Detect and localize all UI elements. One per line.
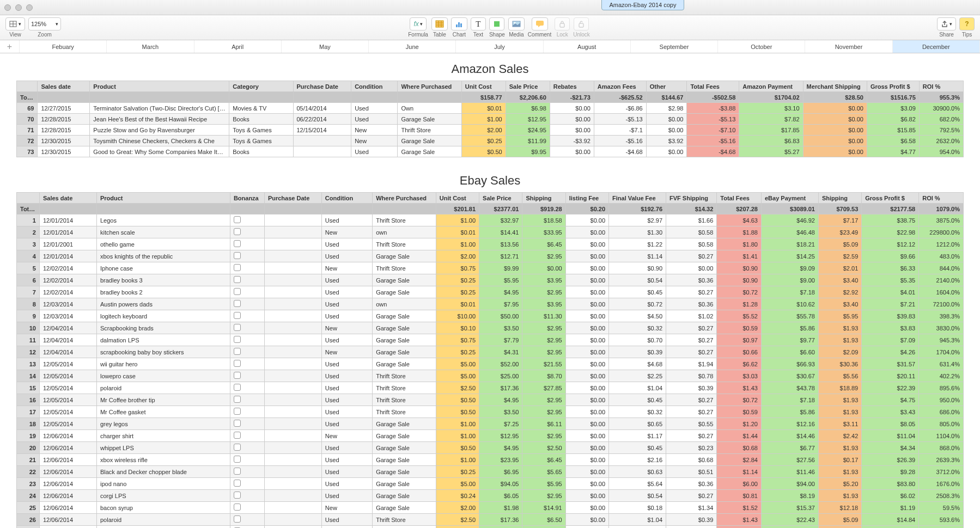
col-header[interactable]: Total Fees [717, 193, 762, 204]
col-header[interactable]: Unit Cost [461, 81, 506, 92]
table-row[interactable]: 1812/05/2014grey legosUsedGarage Sale$1.… [17, 418, 964, 430]
cell[interactable]: $0.00 [646, 114, 687, 125]
cell[interactable]: $2.59 [818, 250, 861, 262]
cell[interactable] [264, 502, 321, 514]
cell[interactable]: $12.12 [862, 238, 919, 250]
cell[interactable]: New [351, 136, 398, 146]
table-row[interactable]: 2312/06/2014ipod nanoUsedGarage Sale$5.0… [17, 478, 964, 490]
cell[interactable]: $46.92 [761, 214, 818, 226]
cell[interactable]: Used [321, 286, 372, 298]
cell[interactable] [264, 286, 321, 298]
col-header[interactable]: listing Fee [565, 193, 608, 204]
cell[interactable] [264, 406, 321, 418]
cell[interactable]: $14.25 [761, 250, 818, 262]
cell[interactable]: $0.00 [565, 238, 608, 250]
cell[interactable]: -$5.13 [687, 114, 739, 125]
cell[interactable]: Garage Sale [373, 346, 436, 358]
cell[interactable]: $0.00 [565, 454, 608, 466]
col-header[interactable]: Gross Profit $ [867, 81, 919, 92]
cell[interactable]: kitchen scale [96, 226, 230, 238]
cell[interactable]: $0.27 [666, 334, 717, 346]
bonanza-checkbox[interactable] [234, 456, 241, 463]
cell[interactable]: 1676.0% [919, 478, 964, 490]
cell[interactable]: 868.0% [919, 442, 964, 454]
cell[interactable]: $0.81 [717, 490, 762, 502]
cell[interactable]: $6.98 [506, 103, 550, 114]
sheet-tab-march[interactable]: March [107, 40, 194, 53]
cell[interactable]: $0.27 [666, 286, 717, 298]
cell[interactable]: $9.28 [862, 466, 919, 478]
cell[interactable] [264, 262, 321, 274]
cell[interactable]: $28.67 [479, 526, 522, 529]
cell[interactable]: 12/06/2014 [39, 514, 96, 526]
table-row[interactable]: 312/01/2001othello gameUsedThrift Store$… [17, 238, 964, 250]
cell[interactable]: Books [229, 114, 293, 125]
shape-button[interactable] [489, 17, 504, 30]
cell[interactable]: $43.78 [761, 382, 818, 394]
cell[interactable]: $1.94 [666, 358, 717, 370]
sheet-tab-april[interactable]: April [194, 40, 282, 53]
table-row[interactable]: 7012/28/2015Jean Hee's Best of the Best … [17, 114, 964, 125]
cell[interactable]: $0.00 [565, 322, 608, 334]
cell[interactable]: $0.00 [565, 478, 608, 490]
cell[interactable]: $0.27 [666, 250, 717, 262]
cell[interactable]: $0.00 [565, 382, 608, 394]
cell[interactable]: $26.39 [862, 454, 919, 466]
cell[interactable]: Austin powers dads [96, 298, 230, 310]
cell[interactable]: $2.25 [609, 370, 666, 382]
cell[interactable]: $4.77 [867, 146, 919, 157]
cell[interactable]: polaroid [96, 382, 230, 394]
cell[interactable]: $1.43 [717, 514, 762, 526]
cell[interactable]: 1212.0% [919, 238, 964, 250]
cell[interactable]: $0.68 [666, 454, 717, 466]
cell[interactable]: $12.18 [818, 502, 861, 514]
cell[interactable]: 2140.0% [919, 274, 964, 286]
cell[interactable]: $0.72 [609, 298, 666, 310]
cell[interactable]: $3.11 [818, 418, 861, 430]
cell[interactable]: $39.83 [862, 310, 919, 322]
cell[interactable]: Used [321, 394, 372, 406]
cell[interactable]: $0.01 [461, 103, 506, 114]
bonanza-checkbox[interactable] [234, 288, 241, 295]
cell[interactable]: 2508.3% [919, 490, 964, 502]
bonanza-checkbox[interactable] [234, 300, 241, 307]
cell[interactable]: $0.00 [803, 114, 867, 125]
cell[interactable]: $0.97 [717, 334, 762, 346]
table-row[interactable]: 2712/06/2014brother scannerUsedGarage Sa… [17, 526, 964, 529]
cell[interactable]: 12/05/2014 [39, 370, 96, 382]
table-row[interactable]: 2012/06/2014whippet LPSUsedGarage Sale$0… [17, 442, 964, 454]
cell[interactable]: -$7.1 [594, 125, 646, 136]
table-row[interactable]: 1912/06/2014charger shirtNewGarage Sale$… [17, 430, 964, 442]
cell[interactable]: $0.00 [565, 502, 608, 514]
cell[interactable]: $0.63 [609, 466, 666, 478]
cell[interactable]: $22.98 [862, 226, 919, 238]
cell[interactable]: $2.97 [609, 214, 666, 226]
bonanza-checkbox[interactable] [234, 240, 241, 247]
cell[interactable]: $52.00 [479, 358, 522, 370]
cell[interactable]: 12/06/2014 [39, 442, 96, 454]
cell[interactable]: $1.34 [666, 502, 717, 514]
cell[interactable]: $0.00 [565, 262, 608, 274]
cell[interactable]: $11.04 [862, 430, 919, 442]
cell[interactable]: $0.32 [609, 406, 666, 418]
cell[interactable]: $0.00 [550, 146, 594, 157]
cell[interactable]: Thrift Store [373, 370, 436, 382]
sheet-tab-december[interactable]: December [893, 40, 980, 53]
col-header[interactable]: Other [646, 81, 687, 92]
col-header[interactable]: Sales date [39, 193, 96, 204]
cell[interactable]: $0.00 [565, 406, 608, 418]
cell[interactable]: $8.19 [761, 490, 818, 502]
cell[interactable]: $0.36 [666, 274, 717, 286]
cell[interactable] [230, 238, 264, 250]
col-header[interactable]: eBay Payment [761, 193, 818, 204]
bonanza-checkbox[interactable] [234, 336, 241, 343]
cell[interactable]: $0.00 [565, 358, 608, 370]
cell[interactable] [230, 430, 264, 442]
cell[interactable]: $0.00 [646, 125, 687, 136]
cell[interactable]: Used [321, 298, 372, 310]
cell[interactable]: $12.73 [522, 526, 565, 529]
cell[interactable] [264, 358, 321, 370]
cell[interactable]: Used [321, 478, 372, 490]
cell[interactable]: Used [321, 250, 372, 262]
cell[interactable] [230, 418, 264, 430]
